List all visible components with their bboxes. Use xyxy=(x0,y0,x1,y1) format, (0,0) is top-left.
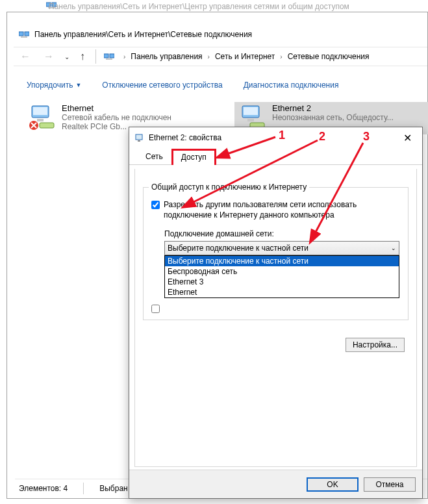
ghost-window-title: Панель управления\Сеть и Интернет\Центр … xyxy=(49,2,349,11)
combo-button[interactable]: Выберите подключение к частной сети ⌄ xyxy=(164,241,399,255)
chevron-right-icon[interactable]: › xyxy=(203,53,215,60)
connection-status: Сетевой кабель не подключен xyxy=(62,113,171,122)
combo-option[interactable]: Ethernet xyxy=(165,287,399,297)
allow-sharing-checkbox[interactable] xyxy=(151,201,160,209)
nav-up-icon[interactable]: ↑ xyxy=(73,51,92,62)
settings-button[interactable]: Настройка... xyxy=(346,338,405,352)
svg-rect-18 xyxy=(136,134,142,140)
combo-dropdown-list: Выберите подключение к частной сети Бесп… xyxy=(164,255,399,298)
allow-control-checkbox[interactable] xyxy=(151,305,160,313)
chevron-down-icon: ⌄ xyxy=(391,245,396,251)
properties-dialog: Ethernet 2: свойства ✕ Сеть Доступ Общий… xyxy=(129,127,423,499)
svg-rect-19 xyxy=(138,140,140,142)
svg-rect-16 xyxy=(247,119,254,121)
combo-option[interactable]: Ethernet 3 xyxy=(165,277,399,287)
svg-rect-3 xyxy=(19,32,23,36)
ics-groupbox: Общий доступ к подключению к Интернету Р… xyxy=(143,187,409,320)
tabs: Сеть Доступ xyxy=(129,148,422,165)
dialog-icon xyxy=(134,133,144,142)
allow-sharing-row: Разрешить другим пользователям сети испо… xyxy=(151,199,400,220)
nav-back-icon[interactable]: ← xyxy=(14,51,37,62)
breadcrumb-b[interactable]: Сеть и Интернет xyxy=(215,52,275,61)
allow-control-row xyxy=(151,303,400,313)
combo-value: Выберите подключение к частной сети xyxy=(168,244,308,253)
svg-rect-10 xyxy=(33,107,47,115)
address-icon xyxy=(104,53,114,60)
breadcrumb-a[interactable]: Панель управления xyxy=(131,52,202,61)
nav-history-dropdown[interactable]: ⌄ xyxy=(60,53,73,60)
dialog-title: Ethernet 2: свойства xyxy=(149,133,221,142)
combo-option[interactable]: Беспроводная сеть xyxy=(165,266,399,277)
chevron-right-icon[interactable]: › xyxy=(275,53,287,60)
tab-network[interactable]: Сеть xyxy=(137,149,171,164)
close-button[interactable]: ✕ xyxy=(398,131,417,145)
chevron-right-icon[interactable]: › xyxy=(118,53,131,60)
caret-down-icon: ▼ xyxy=(75,82,81,88)
divider xyxy=(83,483,84,494)
connection-name: Ethernet xyxy=(62,103,171,113)
dialog-title-bar: Ethernet 2: свойства ✕ xyxy=(129,127,422,148)
svg-rect-6 xyxy=(104,54,108,58)
connection-name: Ethernet 2 xyxy=(272,103,394,113)
arrange-menu[interactable]: Упорядочить▼ xyxy=(27,81,81,90)
dialog-footer: OK Отмена xyxy=(129,470,422,498)
svg-rect-11 xyxy=(37,119,44,121)
home-network-label: Подключение домашней сети: xyxy=(164,229,400,238)
connection-status: Неопознанная сеть, Общедосту... xyxy=(272,113,394,122)
toolbar: Упорядочить▼ Отключение сетевого устройс… xyxy=(14,77,427,93)
nav-fwd-icon: → xyxy=(37,51,60,62)
diagnose-button[interactable]: Диагностика подключения xyxy=(244,81,339,90)
window-title-bar: Панель управления\Сеть и Интернет\Сетевы… xyxy=(14,27,252,42)
window-title: Панель управления\Сеть и Интернет\Сетевы… xyxy=(34,30,252,39)
address-bar: ← → ⌄ ↑ › Панель управления › Сеть и Инт… xyxy=(14,47,427,66)
window-icon xyxy=(19,31,29,38)
ok-button[interactable]: OK xyxy=(307,477,359,492)
combo-option[interactable]: Выберите подключение к частной сети xyxy=(165,256,399,266)
disable-device-button[interactable]: Отключение сетевого устройства xyxy=(102,81,222,90)
group-label: Общий доступ к подключению к Интернету xyxy=(149,183,309,192)
svg-rect-7 xyxy=(110,54,114,58)
status-count: Элементов: 4 xyxy=(19,484,68,493)
tab-sharing[interactable]: Доступ xyxy=(171,149,216,165)
svg-rect-13 xyxy=(40,123,54,128)
cancel-button[interactable]: Отмена xyxy=(364,477,416,492)
allow-sharing-label: Разрешить другим пользователям сети испо… xyxy=(164,199,400,220)
breadcrumb-c[interactable]: Сетевые подключения xyxy=(288,52,370,61)
dialog-body: Общий доступ к подключению к Интернету Р… xyxy=(134,169,417,467)
svg-rect-15 xyxy=(244,107,258,115)
divider xyxy=(95,49,96,64)
svg-rect-4 xyxy=(25,32,29,36)
network-adapter-icon xyxy=(28,103,57,132)
home-network-combo[interactable]: Выберите подключение к частной сети ⌄ Вы… xyxy=(164,241,399,255)
arrange-label: Упорядочить xyxy=(27,81,73,90)
